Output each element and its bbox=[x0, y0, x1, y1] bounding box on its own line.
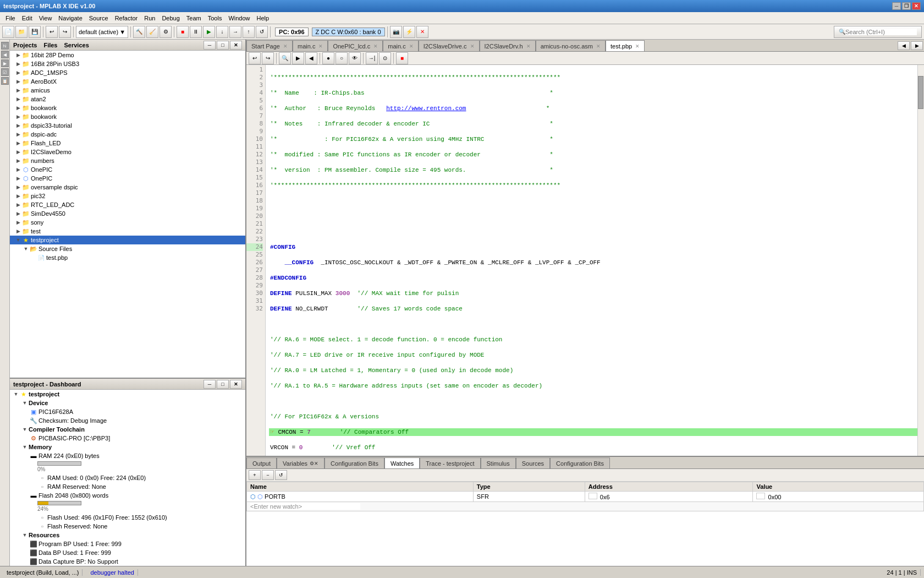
tab-watches[interactable]: Watches bbox=[384, 457, 420, 468]
tree-item-adc[interactable]: ▶ 📁 ADC_1MSPS bbox=[10, 68, 245, 77]
menu-help[interactable]: Help bbox=[254, 14, 273, 23]
dash-pbp[interactable]: ⚙ PICBASIC-PRO [C:\PBP3] bbox=[10, 434, 245, 443]
watch-btn[interactable]: 👁 bbox=[349, 52, 361, 64]
minimize-button[interactable]: ─ bbox=[892, 2, 901, 10]
tree-item-dspic33[interactable]: ▶ 📁 dspic33-tutorial bbox=[10, 121, 245, 130]
dash-flash-reserved[interactable]: ▫ Flash Reserved: None bbox=[10, 522, 245, 531]
tree-item-atan2[interactable]: ▶ 📁 atan2 bbox=[10, 95, 245, 103]
save-button[interactable]: 💾 bbox=[29, 26, 41, 38]
tree-item-simdev[interactable]: ▶ 📁 SimDev4550 bbox=[10, 209, 245, 218]
minimize-panel-btn[interactable]: ─ bbox=[204, 41, 216, 50]
tab-main-c2[interactable]: main.c ✕ bbox=[383, 40, 418, 51]
tree-item-source-files[interactable]: ▼ 📂 Source Files bbox=[10, 244, 245, 253]
tree-item-i2cslave[interactable]: ▶ 📁 I2CSlaveDemo bbox=[10, 148, 245, 156]
reset-button[interactable]: ↺ bbox=[256, 26, 268, 38]
find-prev-btn[interactable]: ◀ bbox=[305, 52, 317, 64]
focus-btn[interactable]: ⊙ bbox=[379, 52, 391, 64]
undo-btn[interactable]: ↩ bbox=[249, 52, 261, 64]
step-into-button[interactable]: ↓ bbox=[216, 26, 228, 38]
tab-onepic-lcd[interactable]: OnePIC_lcd.c ✕ bbox=[328, 40, 383, 51]
menu-debug[interactable]: Debug bbox=[158, 14, 183, 23]
run-button[interactable]: ▶ bbox=[203, 26, 215, 38]
clear-bp-btn[interactable]: ○ bbox=[336, 52, 348, 64]
watch-row-new[interactable] bbox=[247, 502, 924, 511]
camera-button[interactable]: 📷 bbox=[390, 26, 402, 38]
nav-icon-3[interactable]: ▶ bbox=[1, 59, 9, 67]
tree-item-bookwork2[interactable]: ▶ 📁 bookwork bbox=[10, 112, 245, 121]
tab-i2cslavedrv[interactable]: I2CSlaveDrv.h ✕ bbox=[480, 40, 536, 51]
dash-pic16f628a[interactable]: ▣ PIC16F628A bbox=[10, 407, 245, 416]
tree-item-onepic1[interactable]: ▶ ⬡ OnePIC bbox=[10, 165, 245, 174]
redo-button[interactable]: ↪ bbox=[59, 26, 71, 38]
find-btn[interactable]: 🔍 bbox=[279, 52, 291, 64]
editor-scrollbar[interactable] bbox=[917, 65, 924, 456]
menu-file[interactable]: File bbox=[2, 14, 19, 23]
config-dropdown[interactable]: default (active) ▼ bbox=[76, 26, 128, 38]
close-button[interactable]: ✕ bbox=[912, 2, 921, 10]
tab-scroll-right[interactable]: ▶ bbox=[911, 41, 923, 50]
stop-button[interactable]: ■ bbox=[177, 26, 189, 38]
code-content[interactable]: '***************************************… bbox=[266, 65, 924, 456]
dash-ram-reserved[interactable]: ▫ RAM Reserved: None bbox=[10, 482, 245, 491]
dash-device[interactable]: ▼ Device bbox=[10, 399, 245, 407]
add-watch-btn[interactable]: + bbox=[249, 470, 261, 480]
nav-icon-4[interactable]: ☑ bbox=[1, 68, 9, 76]
tab-config-bits2[interactable]: Configuration Bits bbox=[550, 457, 610, 468]
services-tab[interactable]: Services bbox=[64, 42, 89, 48]
tree-item-testproject[interactable]: ▼ ★ testproject bbox=[10, 236, 245, 244]
menu-window[interactable]: Window bbox=[225, 14, 253, 23]
menu-run[interactable]: Run bbox=[141, 14, 158, 23]
menu-tools[interactable]: Tools bbox=[205, 14, 226, 23]
maximize-panel-btn[interactable]: □ bbox=[217, 41, 229, 50]
tree-item-test[interactable]: ▶ 📁 test bbox=[10, 227, 245, 236]
dash-ram[interactable]: ▬ RAM 224 (0xE0) bytes bbox=[10, 451, 245, 460]
tree-item-sony[interactable]: ▶ 📁 sony bbox=[10, 218, 245, 227]
redo-btn[interactable]: ↪ bbox=[262, 52, 274, 64]
tree-item-bookwork1[interactable]: ▶ 📁 bookwork bbox=[10, 103, 245, 112]
tab-sources[interactable]: Sources bbox=[516, 457, 550, 468]
dashboard-content[interactable]: ▼ ★ testproject ▼ Device ▣ PIC16F628A bbox=[10, 390, 245, 566]
tree-item-16bit28p[interactable]: ▶ 📁 16bit 28P Demo bbox=[10, 51, 245, 59]
tree-item-flash-led[interactable]: ▶ 📁 Flash_LED bbox=[10, 139, 245, 148]
close-panel-btn[interactable]: ✕ bbox=[230, 41, 242, 50]
tab-output[interactable]: Output bbox=[246, 457, 277, 468]
dash-checksum[interactable]: 🔧 Checksum: Debug Image bbox=[10, 416, 245, 425]
clean-button[interactable]: 🧹 bbox=[146, 26, 158, 38]
watches-content[interactable]: + − ↺ Name Type Address Value bbox=[246, 469, 924, 566]
new-watch-input[interactable] bbox=[250, 503, 360, 510]
menu-team[interactable]: Team bbox=[183, 14, 205, 23]
step-out-button[interactable]: ↑ bbox=[243, 26, 255, 38]
remove-watch-btn[interactable]: − bbox=[262, 470, 274, 480]
open-button[interactable]: 📁 bbox=[15, 26, 28, 38]
tree-item-pic32[interactable]: ▶ 📁 pic32 bbox=[10, 192, 245, 200]
tab-config-bits1[interactable]: Configuration Bits bbox=[324, 457, 384, 468]
new-watch-cell[interactable] bbox=[247, 502, 924, 511]
dash-resources[interactable]: ▼ Resources bbox=[10, 531, 245, 539]
refresh-watch-btn[interactable]: ↺ bbox=[275, 470, 287, 480]
tab-trace[interactable]: Trace - testproject bbox=[420, 457, 480, 468]
build-button[interactable]: 🔨 bbox=[133, 26, 145, 38]
restore-button[interactable]: ❐ bbox=[902, 2, 911, 10]
nav-icon-5[interactable]: 📋 bbox=[1, 77, 9, 85]
scrollbar-thumb[interactable] bbox=[918, 76, 923, 109]
tab-main-c1[interactable]: main.c ✕ bbox=[293, 40, 328, 51]
menu-edit[interactable]: Edit bbox=[19, 14, 36, 23]
search-input-wrapper[interactable]: 🔍 bbox=[834, 26, 922, 38]
find-next-btn[interactable]: ▶ bbox=[292, 52, 304, 64]
dash-data-bp[interactable]: ⬛ Data BP Used: 1 Free: 999 bbox=[10, 548, 245, 557]
tree-item-amicus[interactable]: ▶ 📁 amicus bbox=[10, 86, 245, 95]
run-to-cursor-btn[interactable]: →| bbox=[366, 52, 378, 64]
tree-item-rtc[interactable]: ▶ 📁 RTC_LED_ADC bbox=[10, 200, 245, 209]
tab-i2cslavedrive[interactable]: I2CSlaveDrive.c ✕ bbox=[419, 40, 480, 51]
project-tree[interactable]: ▶ 📁 16bit 28P Demo ▶ 📁 16Bit 28Pin USB3 … bbox=[10, 51, 245, 378]
tab-amicus[interactable]: amicus-no-osc.asm ✕ bbox=[536, 40, 606, 51]
menu-view[interactable]: View bbox=[36, 14, 56, 23]
nav-icon-2[interactable]: ◀ bbox=[1, 51, 9, 58]
maximize-dash-btn[interactable]: □ bbox=[217, 380, 229, 389]
toggle-bp-btn[interactable]: ● bbox=[322, 52, 334, 64]
files-tab[interactable]: Files bbox=[43, 42, 57, 48]
tab-start-page[interactable]: Start Page ✕ bbox=[246, 40, 293, 51]
minimize-dash-btn[interactable]: ─ bbox=[204, 380, 216, 389]
tree-item-oversample[interactable]: ▶ 📁 oversample dspic bbox=[10, 183, 245, 192]
close-dash-btn[interactable]: ✕ bbox=[230, 380, 242, 389]
